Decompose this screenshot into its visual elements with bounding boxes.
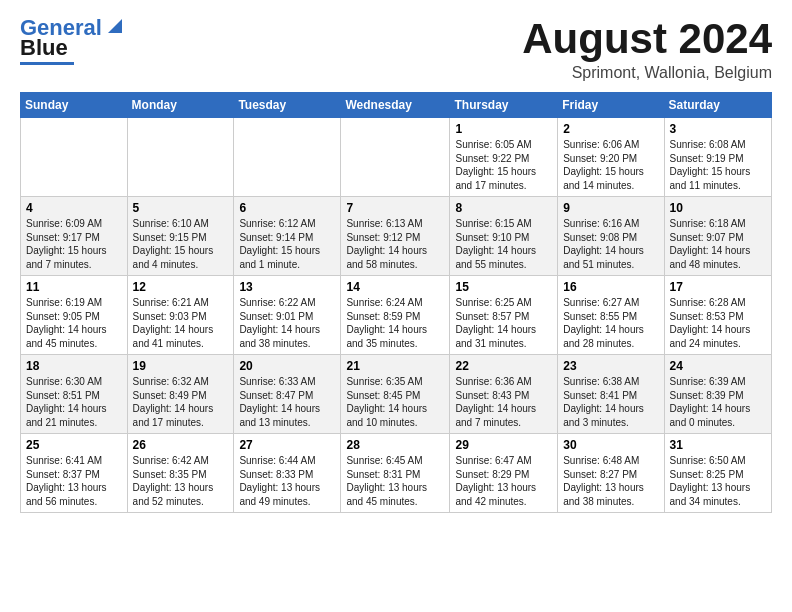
- day-info: Sunrise: 6:33 AMSunset: 8:47 PMDaylight:…: [239, 375, 335, 429]
- day-info: Sunrise: 6:22 AMSunset: 9:01 PMDaylight:…: [239, 296, 335, 350]
- header: General Blue August 2024 Sprimont, Wallo…: [20, 16, 772, 82]
- day-number: 22: [455, 359, 552, 373]
- calendar-cell: 26Sunrise: 6:42 AMSunset: 8:35 PMDayligh…: [127, 434, 234, 513]
- calendar-cell: 8Sunrise: 6:15 AMSunset: 9:10 PMDaylight…: [450, 197, 558, 276]
- day-info: Sunrise: 6:48 AMSunset: 8:27 PMDaylight:…: [563, 454, 658, 508]
- calendar-cell: 12Sunrise: 6:21 AMSunset: 9:03 PMDayligh…: [127, 276, 234, 355]
- month-year: August 2024: [522, 16, 772, 62]
- day-number: 26: [133, 438, 229, 452]
- calendar-cell: 15Sunrise: 6:25 AMSunset: 8:57 PMDayligh…: [450, 276, 558, 355]
- day-info: Sunrise: 6:21 AMSunset: 9:03 PMDaylight:…: [133, 296, 229, 350]
- calendar-cell: [21, 118, 128, 197]
- calendar-day-header: Friday: [558, 93, 664, 118]
- calendar-cell: 31Sunrise: 6:50 AMSunset: 8:25 PMDayligh…: [664, 434, 771, 513]
- calendar-cell: 1Sunrise: 6:05 AMSunset: 9:22 PMDaylight…: [450, 118, 558, 197]
- day-number: 12: [133, 280, 229, 294]
- day-number: 14: [346, 280, 444, 294]
- calendar-cell: 7Sunrise: 6:13 AMSunset: 9:12 PMDaylight…: [341, 197, 450, 276]
- day-info: Sunrise: 6:06 AMSunset: 9:20 PMDaylight:…: [563, 138, 658, 192]
- day-number: 6: [239, 201, 335, 215]
- day-info: Sunrise: 6:09 AMSunset: 9:17 PMDaylight:…: [26, 217, 122, 271]
- calendar-cell: 14Sunrise: 6:24 AMSunset: 8:59 PMDayligh…: [341, 276, 450, 355]
- calendar-header-row: SundayMondayTuesdayWednesdayThursdayFrid…: [21, 93, 772, 118]
- day-number: 17: [670, 280, 766, 294]
- day-info: Sunrise: 6:10 AMSunset: 9:15 PMDaylight:…: [133, 217, 229, 271]
- day-info: Sunrise: 6:18 AMSunset: 9:07 PMDaylight:…: [670, 217, 766, 271]
- day-number: 4: [26, 201, 122, 215]
- svg-marker-0: [108, 19, 122, 33]
- logo-icon: [104, 15, 126, 37]
- title-block: August 2024 Sprimont, Wallonia, Belgium: [522, 16, 772, 82]
- calendar-week-row: 18Sunrise: 6:30 AMSunset: 8:51 PMDayligh…: [21, 355, 772, 434]
- calendar-week-row: 1Sunrise: 6:05 AMSunset: 9:22 PMDaylight…: [21, 118, 772, 197]
- day-info: Sunrise: 6:39 AMSunset: 8:39 PMDaylight:…: [670, 375, 766, 429]
- day-info: Sunrise: 6:05 AMSunset: 9:22 PMDaylight:…: [455, 138, 552, 192]
- day-info: Sunrise: 6:08 AMSunset: 9:19 PMDaylight:…: [670, 138, 766, 192]
- calendar-cell: 11Sunrise: 6:19 AMSunset: 9:05 PMDayligh…: [21, 276, 128, 355]
- day-number: 1: [455, 122, 552, 136]
- day-info: Sunrise: 6:32 AMSunset: 8:49 PMDaylight:…: [133, 375, 229, 429]
- page: General Blue August 2024 Sprimont, Wallo…: [0, 0, 792, 612]
- calendar-week-row: 4Sunrise: 6:09 AMSunset: 9:17 PMDaylight…: [21, 197, 772, 276]
- calendar-cell: 30Sunrise: 6:48 AMSunset: 8:27 PMDayligh…: [558, 434, 664, 513]
- day-info: Sunrise: 6:41 AMSunset: 8:37 PMDaylight:…: [26, 454, 122, 508]
- day-info: Sunrise: 6:47 AMSunset: 8:29 PMDaylight:…: [455, 454, 552, 508]
- day-info: Sunrise: 6:24 AMSunset: 8:59 PMDaylight:…: [346, 296, 444, 350]
- day-number: 30: [563, 438, 658, 452]
- day-number: 5: [133, 201, 229, 215]
- calendar-cell: 20Sunrise: 6:33 AMSunset: 8:47 PMDayligh…: [234, 355, 341, 434]
- calendar-table: SundayMondayTuesdayWednesdayThursdayFrid…: [20, 92, 772, 513]
- day-number: 29: [455, 438, 552, 452]
- day-number: 19: [133, 359, 229, 373]
- calendar-day-header: Sunday: [21, 93, 128, 118]
- day-info: Sunrise: 6:45 AMSunset: 8:31 PMDaylight:…: [346, 454, 444, 508]
- calendar-cell: 10Sunrise: 6:18 AMSunset: 9:07 PMDayligh…: [664, 197, 771, 276]
- logo-underline: [20, 62, 74, 65]
- day-info: Sunrise: 6:42 AMSunset: 8:35 PMDaylight:…: [133, 454, 229, 508]
- calendar-cell: 21Sunrise: 6:35 AMSunset: 8:45 PMDayligh…: [341, 355, 450, 434]
- calendar-cell: 13Sunrise: 6:22 AMSunset: 9:01 PMDayligh…: [234, 276, 341, 355]
- calendar-cell: 3Sunrise: 6:08 AMSunset: 9:19 PMDaylight…: [664, 118, 771, 197]
- calendar-cell: 29Sunrise: 6:47 AMSunset: 8:29 PMDayligh…: [450, 434, 558, 513]
- day-info: Sunrise: 6:30 AMSunset: 8:51 PMDaylight:…: [26, 375, 122, 429]
- calendar-week-row: 25Sunrise: 6:41 AMSunset: 8:37 PMDayligh…: [21, 434, 772, 513]
- day-info: Sunrise: 6:12 AMSunset: 9:14 PMDaylight:…: [239, 217, 335, 271]
- day-number: 7: [346, 201, 444, 215]
- calendar-day-header: Saturday: [664, 93, 771, 118]
- calendar-cell: 9Sunrise: 6:16 AMSunset: 9:08 PMDaylight…: [558, 197, 664, 276]
- day-number: 25: [26, 438, 122, 452]
- day-info: Sunrise: 6:35 AMSunset: 8:45 PMDaylight:…: [346, 375, 444, 429]
- location: Sprimont, Wallonia, Belgium: [522, 64, 772, 82]
- calendar-day-header: Monday: [127, 93, 234, 118]
- calendar-cell: 27Sunrise: 6:44 AMSunset: 8:33 PMDayligh…: [234, 434, 341, 513]
- day-number: 28: [346, 438, 444, 452]
- calendar-cell: 5Sunrise: 6:10 AMSunset: 9:15 PMDaylight…: [127, 197, 234, 276]
- day-number: 3: [670, 122, 766, 136]
- calendar-cell: [127, 118, 234, 197]
- day-info: Sunrise: 6:44 AMSunset: 8:33 PMDaylight:…: [239, 454, 335, 508]
- day-info: Sunrise: 6:19 AMSunset: 9:05 PMDaylight:…: [26, 296, 122, 350]
- day-number: 11: [26, 280, 122, 294]
- calendar-day-header: Wednesday: [341, 93, 450, 118]
- calendar-day-header: Tuesday: [234, 93, 341, 118]
- calendar-cell: 25Sunrise: 6:41 AMSunset: 8:37 PMDayligh…: [21, 434, 128, 513]
- day-number: 18: [26, 359, 122, 373]
- calendar-week-row: 11Sunrise: 6:19 AMSunset: 9:05 PMDayligh…: [21, 276, 772, 355]
- day-info: Sunrise: 6:28 AMSunset: 8:53 PMDaylight:…: [670, 296, 766, 350]
- calendar-cell: 6Sunrise: 6:12 AMSunset: 9:14 PMDaylight…: [234, 197, 341, 276]
- day-number: 20: [239, 359, 335, 373]
- calendar-cell: 2Sunrise: 6:06 AMSunset: 9:20 PMDaylight…: [558, 118, 664, 197]
- day-info: Sunrise: 6:50 AMSunset: 8:25 PMDaylight:…: [670, 454, 766, 508]
- day-number: 13: [239, 280, 335, 294]
- calendar-cell: 23Sunrise: 6:38 AMSunset: 8:41 PMDayligh…: [558, 355, 664, 434]
- calendar-cell: 22Sunrise: 6:36 AMSunset: 8:43 PMDayligh…: [450, 355, 558, 434]
- day-number: 27: [239, 438, 335, 452]
- day-number: 24: [670, 359, 766, 373]
- day-number: 31: [670, 438, 766, 452]
- day-number: 15: [455, 280, 552, 294]
- day-number: 9: [563, 201, 658, 215]
- day-number: 21: [346, 359, 444, 373]
- day-info: Sunrise: 6:36 AMSunset: 8:43 PMDaylight:…: [455, 375, 552, 429]
- calendar-cell: 18Sunrise: 6:30 AMSunset: 8:51 PMDayligh…: [21, 355, 128, 434]
- day-info: Sunrise: 6:27 AMSunset: 8:55 PMDaylight:…: [563, 296, 658, 350]
